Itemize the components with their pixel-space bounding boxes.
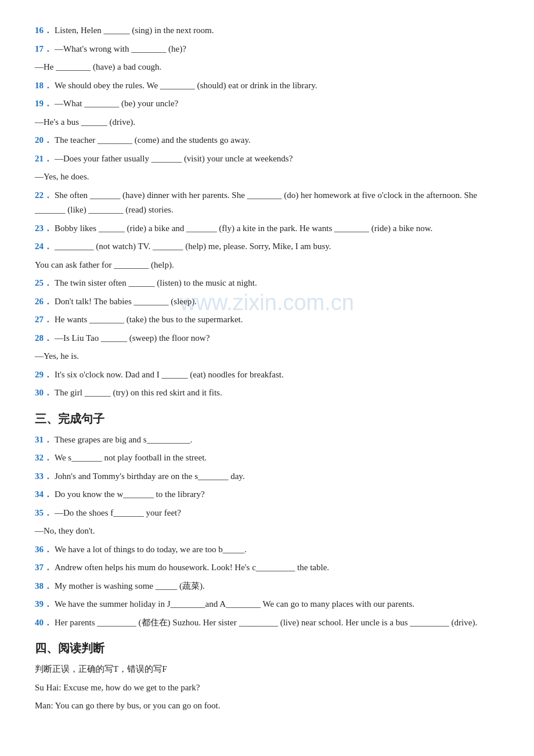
question-number: 19． bbox=[35, 99, 52, 108]
question-item: 23．Bobby likes ______ (ride) a bike and … bbox=[35, 221, 499, 236]
question-item: 28．—Is Liu Tao ______ (sweep) the floor … bbox=[35, 331, 499, 346]
question-text: —What's wrong with ________ (he)? bbox=[55, 44, 186, 53]
section4-dialogue: Su Hai: Excuse me, how do we get to the … bbox=[35, 681, 499, 714]
question-number: 36． bbox=[35, 545, 52, 554]
question-number: 38． bbox=[35, 581, 52, 591]
question-text: Do you know the w_______ to the library? bbox=[55, 489, 205, 499]
section4-intro: 判断正误，正确的写T，错误的写F bbox=[35, 662, 499, 677]
question-text: —What ________ (be) your uncle? bbox=[55, 99, 178, 108]
question-item: 26．Don't talk! The babies ________ (slee… bbox=[35, 294, 499, 309]
section3-question-item: 39．We have the summer holiday in J______… bbox=[35, 597, 499, 612]
question-item: 24．_________ (not watch) TV. _______ (he… bbox=[35, 239, 499, 254]
question-number: 17． bbox=[35, 44, 52, 53]
question-text: John's and Tommy's birthday are on the s… bbox=[55, 471, 245, 481]
question-text: The teacher ________ (come) and the stud… bbox=[55, 135, 251, 145]
question-number: 25． bbox=[35, 278, 52, 287]
question-item: 19．—What ________ (be) your uncle? bbox=[35, 96, 499, 111]
question-number: 18． bbox=[35, 81, 52, 90]
question-text: Bobby likes ______ (ride) a bike and ___… bbox=[55, 224, 432, 233]
question-item: 25．The twin sister often ______ (listen)… bbox=[35, 276, 499, 291]
question-text: We should obey the rules. We ________ (s… bbox=[55, 81, 317, 90]
question-continuation: —Yes, he is. bbox=[35, 349, 499, 364]
question-continuation: —He ________ (have) a bad cough. bbox=[35, 60, 499, 75]
question-continuation: —Yes, he does. bbox=[35, 170, 499, 185]
section3-question-item: 31．These grapes are big and s__________. bbox=[35, 433, 499, 448]
question-text: She often _______ (have) dinner with her… bbox=[35, 190, 477, 215]
question-number: 33． bbox=[35, 471, 52, 481]
question-text: The girl ______ (try) on this red skirt … bbox=[55, 388, 222, 397]
question-number: 29． bbox=[35, 370, 52, 379]
question-item: 29．It's six o'clock now. Dad and I _____… bbox=[35, 368, 499, 383]
question-continuation: —No, they don't. bbox=[35, 524, 499, 539]
question-text: —Is Liu Tao ______ (sweep) the floor now… bbox=[55, 333, 210, 343]
questions-section: 16．Listen, Helen ______ (sing) in the ne… bbox=[35, 23, 499, 401]
section3-questions: 31．These grapes are big and s__________.… bbox=[35, 433, 499, 631]
question-text: These grapes are big and s__________. bbox=[55, 435, 192, 444]
section3-question-item: 32．We s_______ not play football in the … bbox=[35, 451, 499, 466]
section3-question-item: 37．Andrew often helps his mum do housewo… bbox=[35, 560, 499, 575]
question-text: We s_______ not play football in the str… bbox=[55, 453, 207, 462]
question-item: 22．She often _______ (have) dinner with … bbox=[35, 188, 499, 218]
question-number: 39． bbox=[35, 599, 52, 609]
question-number: 24． bbox=[35, 242, 52, 251]
question-number: 20． bbox=[35, 135, 52, 145]
question-number: 16． bbox=[35, 26, 52, 35]
question-item: 20．The teacher ________ (come) and the s… bbox=[35, 133, 499, 148]
section3-question-item: 33．John's and Tommy's birthday are on th… bbox=[35, 469, 499, 484]
question-text: Her parents _________ (都住在) Suzhou. Her … bbox=[55, 618, 477, 627]
question-text: My mother is washing some _____ (蔬菜). bbox=[55, 581, 205, 591]
section3-title: 三、完成句子 bbox=[35, 411, 499, 427]
question-item: 27．He wants ________ (take) the bus to t… bbox=[35, 312, 499, 327]
question-number: 31． bbox=[35, 435, 52, 444]
question-item: 16．Listen, Helen ______ (sing) in the ne… bbox=[35, 23, 499, 38]
dialogue-line: Man: You can go there by bus, or you can… bbox=[35, 699, 499, 714]
question-continuation: —He's a bus ______ (drive). bbox=[35, 115, 499, 130]
question-text: _________ (not watch) TV. _______ (help)… bbox=[55, 242, 331, 251]
question-text: —Do the shoes f_______ your feet? bbox=[55, 508, 181, 517]
section3-question-item: 40．Her parents _________ (都住在) Suzhou. H… bbox=[35, 615, 499, 631]
section3-question-item: 34．Do you know the w_______ to the libra… bbox=[35, 487, 499, 502]
question-number: 21． bbox=[35, 154, 52, 163]
question-number: 37． bbox=[35, 563, 52, 572]
question-text: Andrew often helps his mum do housework.… bbox=[55, 563, 329, 572]
question-text: He wants ________ (take) the bus to the … bbox=[55, 315, 243, 324]
section3-question-item: 38．My mother is washing some _____ (蔬菜). bbox=[35, 579, 499, 594]
question-text: Don't talk! The babies ________ (sleep). bbox=[55, 297, 197, 306]
question-text: We have the summer holiday in J________a… bbox=[55, 599, 414, 609]
dialogue-line: Su Hai: Excuse me, how do we get to the … bbox=[35, 681, 499, 696]
question-item: 21．—Does your father usually _______ (vi… bbox=[35, 152, 499, 167]
section3-question-item: 35．—Do the shoes f_______ your feet? bbox=[35, 506, 499, 521]
question-number: 23． bbox=[35, 224, 52, 233]
question-item: 17．—What's wrong with ________ (he)? bbox=[35, 42, 499, 57]
question-number: 30． bbox=[35, 388, 52, 397]
question-text: We have a lot of things to do today, we … bbox=[55, 545, 247, 554]
question-number: 32． bbox=[35, 453, 52, 462]
section4-title: 四、阅读判断 bbox=[35, 640, 499, 656]
question-number: 22． bbox=[35, 190, 52, 200]
section3-question-item: 36．We have a lot of things to do today, … bbox=[35, 542, 499, 557]
question-number: 26． bbox=[35, 297, 52, 306]
question-item: 18．We should obey the rules. We ________… bbox=[35, 78, 499, 93]
question-text: It's six o'clock now. Dad and I ______ (… bbox=[55, 370, 284, 379]
question-number: 27． bbox=[35, 315, 52, 324]
question-number: 40． bbox=[35, 618, 52, 627]
question-text: Listen, Helen ______ (sing) in the next … bbox=[55, 26, 214, 35]
question-continuation: You can ask father for ________ (help). bbox=[35, 258, 499, 273]
question-text: —Does your father usually _______ (visit… bbox=[55, 154, 293, 163]
question-number: 34． bbox=[35, 489, 52, 499]
question-number: 35． bbox=[35, 508, 52, 517]
question-item: 30．The girl ______ (try) on this red ski… bbox=[35, 386, 499, 401]
question-number: 28． bbox=[35, 333, 52, 343]
question-text: The twin sister often ______ (listen) to… bbox=[55, 278, 257, 287]
